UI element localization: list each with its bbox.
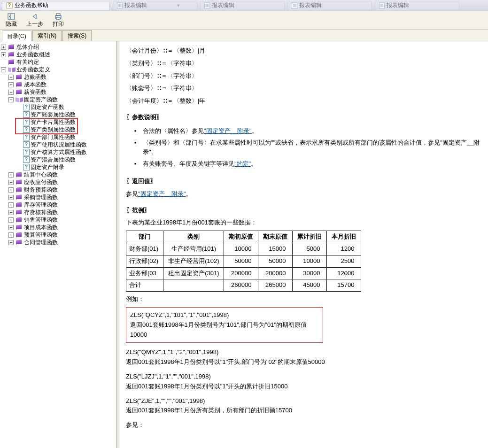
tree-label: 有关约定 <box>16 58 39 66</box>
print-button[interactable]: 打印 <box>50 12 67 29</box>
book-icon <box>15 89 23 95</box>
tree-node[interactable]: +业务函数概述 <box>1 51 115 58</box>
tree-pane[interactable]: +总体介绍 +业务函数概述 有关约定 −业务函数定义 +总账函数 +成本函数 +… <box>0 41 116 448</box>
tree-label: 资产部门属性函数 <box>31 133 76 141</box>
tree-leaf[interactable]: ?固定资产附录 <box>16 163 115 171</box>
tree-label: 固定资产函数 <box>24 96 58 103</box>
tree-node[interactable]: +合同管理函数 <box>8 239 115 246</box>
table-cell: 200000 <box>258 267 293 279</box>
table-cell: 200000 <box>224 267 258 279</box>
bullet-text: 有关账套号、年度及关键字等详见 <box>143 160 234 167</box>
titlebar: ? 业务函数帮助 报表编辑 ▾ 报表编辑 报表编辑 报表编辑 <box>0 0 488 11</box>
tree-node[interactable]: +库存管理函数 <box>8 201 115 209</box>
tree-node[interactable]: +薪资函数 <box>8 88 115 96</box>
book-icon <box>8 51 15 58</box>
expand-icon[interactable]: + <box>8 232 14 238</box>
table-cell: 合计 <box>126 279 163 292</box>
close-icon[interactable]: ▾ <box>177 2 180 8</box>
book-icon <box>15 81 23 88</box>
book-icon <box>8 59 15 65</box>
tree-label: 业务函数定义 <box>16 66 50 73</box>
table-cell: 租出固定资产(301) <box>163 267 224 279</box>
tree-node[interactable]: +预算管理函数 <box>8 231 115 239</box>
tree-node[interactable]: +采购管理函数 <box>8 193 115 201</box>
title-tab-main[interactable]: ? 业务函数帮助 <box>2 1 110 10</box>
code-line: ZLS("QCYZ",1,"101","1","001",1998) <box>130 310 319 320</box>
tree-label: 合同管理函数 <box>24 239 58 246</box>
expand-icon[interactable]: + <box>8 210 14 215</box>
tree-leaf[interactable]: ?资产卡片属性函数 <box>16 118 115 126</box>
tab-search[interactable]: 搜索(S) <box>62 30 92 41</box>
tree-node[interactable]: +项目成本函数 <box>8 224 115 231</box>
expand-icon[interactable]: + <box>8 187 14 193</box>
expand-icon[interactable]: + <box>8 225 14 230</box>
table-cell: 5000 <box>293 243 327 255</box>
expand-icon[interactable]: + <box>8 180 14 185</box>
link-appendix[interactable]: "固定资产__附录" <box>138 190 186 197</box>
tree-node[interactable]: +总体介绍 <box>1 43 115 51</box>
help-topic-icon: ? <box>23 111 30 118</box>
back-label: 上一步 <box>26 20 43 28</box>
help-window: ? 业务函数帮助 报表编辑 ▾ 报表编辑 报表编辑 报表编辑 隐藏 <box>0 0 488 448</box>
help-topic-icon: ? <box>23 119 30 125</box>
content-pane[interactable]: 〈会计月份〉∷＝〈整数〉|月 〈类别号〉∷＝〈字符串〉 〈部门号〉∷＝〈字符串〉… <box>118 41 488 448</box>
example-block: ZLS("ZJE",1,"","","001",1998) 返回001套账199… <box>126 396 480 416</box>
expand-icon[interactable]: + <box>8 82 14 87</box>
title-tab-3[interactable]: 报表编辑 <box>200 1 285 10</box>
table-header-row: 部门 类别 期初原值 期末原值 累计折旧 本月折旧 <box>126 231 361 243</box>
example-block: ZLS("QMYZ",1,"1","2","001",1998) 返回001套账… <box>126 348 480 367</box>
link-appendix[interactable]: "固定资产__附录" <box>204 127 252 134</box>
tree-label: 资产账套属性函数 <box>31 111 76 118</box>
expand-icon[interactable]: + <box>8 75 14 80</box>
tree-node[interactable]: +总账函数 <box>8 73 115 81</box>
tree-node[interactable]: +存货核算函数 <box>8 209 115 216</box>
bullet-text: 。 <box>252 127 258 134</box>
expand-icon[interactable]: + <box>1 52 6 57</box>
expand-icon[interactable]: + <box>8 202 14 208</box>
tree-node[interactable]: +结算中心函数 <box>8 171 115 178</box>
expand-icon[interactable]: + <box>8 90 14 95</box>
tree-leaf[interactable]: ?资产账套属性函数 <box>16 111 115 118</box>
title-tab-4[interactable]: 报表编辑 <box>287 1 372 10</box>
tree-leaf[interactable]: ?资产类别属性函数 <box>16 126 115 133</box>
collapse-icon[interactable]: − <box>8 97 14 102</box>
tree-node[interactable]: +应收应付函数 <box>8 178 115 186</box>
title-tab-5[interactable]: 报表编辑 <box>375 1 459 10</box>
tree-leaf[interactable]: ?资产核算方式属性函数 <box>16 148 115 156</box>
expand-icon[interactable]: + <box>8 195 14 200</box>
tab-index[interactable]: 索引(N) <box>32 30 62 41</box>
book-open-icon <box>8 66 15 73</box>
tree-node[interactable]: 有关约定 <box>1 58 115 66</box>
code-line: ZLS("ZJE",1,"","","001",1998) <box>126 396 480 406</box>
expand-icon[interactable]: + <box>8 172 14 178</box>
tree-leaf[interactable]: ?固定资产函数 <box>16 103 115 111</box>
print-icon <box>54 13 62 20</box>
tree-label: 薪资函数 <box>24 88 46 96</box>
link-convention[interactable]: "约定" <box>234 160 251 167</box>
tree-label: 应收应付函数 <box>24 178 58 186</box>
table-row: 财务部(01) 生产经营用(101) 10000 15000 5000 1200 <box>126 243 361 255</box>
expand-icon[interactable]: + <box>8 217 14 223</box>
tree-node[interactable]: +销售管理函数 <box>8 216 115 224</box>
result-line: 返回001套账1998年1月份所有类别，所有部门的折旧额15700 <box>126 406 480 416</box>
tab-toc[interactable]: 目录(C) <box>2 31 31 41</box>
code-line: ZLS("QMYZ",1,"1","2","001",1998) <box>126 348 480 357</box>
tree-node[interactable]: +财务预算函数 <box>8 186 115 193</box>
back-button[interactable]: 上一步 <box>23 12 46 29</box>
tree-leaf[interactable]: ?资产使用状况属性函数 <box>16 141 115 148</box>
return-pre: 参见 <box>126 190 138 197</box>
tree-node[interactable]: −固定资产函数 <box>8 96 115 103</box>
title-tab-2[interactable]: 报表编辑 ▾ <box>113 1 197 10</box>
book-open-icon <box>15 96 23 103</box>
tree-node[interactable]: +成本函数 <box>8 81 115 88</box>
tree-leaf[interactable]: ?资产混合属性函数 <box>16 156 115 163</box>
expand-icon[interactable]: + <box>1 45 6 50</box>
tree-node[interactable]: −业务函数定义 <box>1 66 115 73</box>
tree-leaf[interactable]: ?资产部门属性函数 <box>16 133 115 141</box>
tree-label: 采购管理函数 <box>24 193 58 201</box>
tree-label: 资产卡片属性函数 <box>31 118 76 126</box>
hide-button[interactable]: 隐藏 <box>3 12 20 29</box>
expand-icon[interactable]: + <box>8 240 14 245</box>
table-header: 本月折旧 <box>327 231 361 243</box>
collapse-icon[interactable]: − <box>1 67 6 72</box>
